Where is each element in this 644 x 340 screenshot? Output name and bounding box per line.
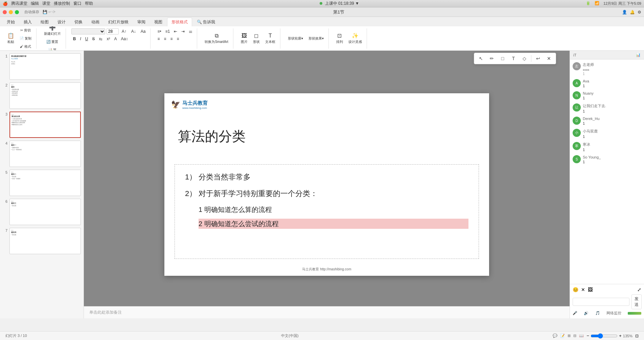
font-increase-button[interactable]: A↑ [120, 28, 128, 34]
chat-panel: iT 📊 左 左老师 === 1 A Ava 1 N [570, 51, 644, 318]
section-button[interactable]: 📑 节 [42, 46, 63, 51]
align-right-button[interactable]: ≡ [169, 36, 175, 42]
arrange-button[interactable]: ⊡ 排列 [334, 31, 345, 46]
menu-playback[interactable]: 播放控制 [54, 1, 70, 6]
tab-review[interactable]: 审阅 [133, 18, 150, 26]
format-group2: 形状轮廓▾ 形状效果▾ [283, 28, 329, 49]
bold-button[interactable]: B [71, 36, 78, 42]
tab-shape-format[interactable]: 形状格式 [167, 18, 192, 26]
tab-draw[interactable]: 绘图 [37, 18, 53, 26]
slide-sorter-button[interactable]: ⊟ [573, 334, 576, 338]
indent-more-button[interactable]: ⇥ [180, 28, 186, 34]
shape-outline-button[interactable]: 形状轮廓▾ [286, 35, 305, 42]
bullet-button[interactable]: ≡• [156, 28, 163, 34]
tab-animation[interactable]: 动画 [87, 18, 104, 26]
column-button[interactable]: ⚌ [187, 28, 194, 34]
tab-view[interactable]: 视图 [150, 18, 166, 26]
comment-icon[interactable]: 💬 [553, 334, 557, 338]
strikethrough-button[interactable]: S [90, 36, 96, 42]
shape-effects-button[interactable]: 形状效果▾ [306, 35, 326, 42]
font-family-select[interactable] [71, 28, 105, 34]
slide-thumb-7[interactable]: 7 S.C., 题目四 • 算法类 [3, 228, 81, 254]
chat-name-6: 寒冰 [583, 142, 641, 147]
slide-thumb-3[interactable]: 3 S.C., 算法的分类 • 分类当然非常多• 对于新手学习特别重要 明确知道… [3, 112, 81, 138]
notes-area[interactable]: 单击此处添加备注 [84, 306, 570, 318]
pen-tool-button[interactable]: ✏ [488, 54, 496, 63]
superscript-button[interactable]: x² [105, 36, 112, 42]
paste-button[interactable]: 📋 粘贴 [5, 31, 16, 46]
expand-button[interactable]: ⤢ [637, 287, 641, 292]
menu-window[interactable]: 窗口 [73, 1, 82, 6]
callout-tool-button[interactable]: ◇ [520, 54, 528, 63]
slide-thumb-2[interactable]: 2 S.C., 题目 • 查找类问题• 排序/合并• 双向处理• 树形结构 [3, 82, 81, 109]
tab-slideshow[interactable]: 幻灯片放映 [104, 18, 133, 26]
slide-thumb-5[interactable]: 5 S.C., 题目二 • 算法类• 存在一些规律 [3, 170, 81, 196]
justify-button[interactable]: ≡ [175, 36, 181, 42]
menu-help[interactable]: 帮助 [85, 1, 93, 6]
cursor-tool-button[interactable]: ↖ [477, 54, 485, 63]
numbered-button[interactable]: ≡1 [164, 28, 172, 34]
chat-text-4: 1 [583, 121, 641, 125]
slide-thumb-4[interactable]: 4 S.C., 题目一 • 超级水的目• 让人一看就知道 [3, 141, 81, 167]
tab-design[interactable]: 设计 [53, 18, 70, 26]
slide-thumb-1[interactable]: 1 算法数据结构断手册 马士兵教育 马士兵 左程云 [3, 53, 81, 80]
tab-tell-me[interactable]: 🔍 告诉我 [193, 18, 219, 26]
maximize-button[interactable] [15, 10, 19, 14]
textbox-button[interactable]: T 文本框 [263, 31, 277, 46]
mic-icon[interactable]: 🎤 [573, 311, 577, 315]
align-center-button[interactable]: ≡ [162, 36, 168, 42]
zoom-out-button[interactable]: − [586, 333, 589, 338]
music-icon[interactable]: 🎵 [595, 311, 600, 315]
tab-transition[interactable]: 切换 [70, 18, 87, 26]
font-size-input[interactable] [107, 28, 119, 34]
menu-app[interactable]: 腾讯课堂 [11, 1, 27, 6]
font-decrease-button[interactable]: A↓ [130, 28, 138, 34]
image-button[interactable]: 🖼 图片 [239, 31, 250, 46]
new-slide-button[interactable]: ➕ 新建幻灯片 [42, 26, 63, 38]
notes-icon[interactable]: 📝 [560, 334, 565, 338]
fit-page-button[interactable]: ⊡ [635, 334, 639, 338]
font-clear-button[interactable]: Aa [139, 28, 147, 34]
rect-tool-button[interactable]: □ [499, 54, 507, 63]
format-painter-button[interactable]: 🖌 格式 [18, 43, 33, 50]
close-tool-button[interactable]: ✕ [545, 54, 553, 63]
menu-edit[interactable]: 编辑 [31, 1, 39, 6]
normal-view-button[interactable]: ⊞ [568, 334, 571, 338]
speaker-icon[interactable]: 🔊 [584, 311, 589, 315]
shape-format-toolbar: ↖ ✏ □ T ◇ ↩ ✕ [474, 53, 556, 64]
image-chat-button[interactable]: 🖼 [588, 287, 593, 292]
slide-canvas[interactable]: 🦅 马士兵教育 www.mashibing.com 算法的分类 1） 分类当然非… [164, 93, 489, 276]
shape-button[interactable]: ◻ 形状 [251, 31, 262, 46]
indent-less-button[interactable]: ⇤ [172, 28, 179, 34]
reading-view-button[interactable]: 📖 [579, 334, 584, 338]
undo-tool-button[interactable]: ↩ [534, 54, 542, 63]
reset-button[interactable]: 🔄 重置 [42, 38, 63, 46]
char-spacing-button[interactable]: Aa↕ [119, 36, 130, 42]
zoom-slider[interactable] [591, 333, 618, 339]
underline-button[interactable]: U [84, 36, 90, 42]
zoom-in-button[interactable]: + [619, 333, 622, 338]
fontcolor-button[interactable]: A [112, 36, 118, 42]
tab-insert[interactable]: 插入 [20, 18, 36, 26]
slide-thumb-6[interactable]: 6 S.C., 题目三 • 算法类 [3, 199, 81, 225]
chat-input-row: 发送 [573, 294, 641, 309]
emoji-button[interactable]: 😊 [573, 287, 578, 292]
at-button[interactable]: ✕ [581, 287, 585, 292]
italic-button[interactable]: I [78, 36, 83, 42]
menu-classroom[interactable]: 课堂 [42, 1, 50, 6]
text-tool-button[interactable]: T [509, 54, 518, 63]
chat-input-field[interactable] [573, 298, 629, 306]
close-button[interactable] [3, 10, 7, 14]
subscript-button[interactable]: x₂ [97, 36, 104, 42]
copy-button[interactable]: 📄 复制 [18, 35, 33, 42]
window-controls: 自动保存 💾 ↩ ⟳ [3, 9, 55, 15]
chat-name-1: Ava [583, 79, 641, 83]
design-ideas-button[interactable]: ✨ 设计灵感 [346, 31, 364, 46]
align-left-button[interactable]: ≡ [156, 36, 162, 42]
send-button[interactable]: 发送 [631, 294, 642, 309]
convert-smartart-button[interactable]: ⧉ 转换为SmartArt [203, 31, 230, 46]
slide-content-box[interactable]: 1） 分类当然非常多 2） 对于新手学习特别重要的一个分类： 1 明确知道怎么算… [175, 164, 479, 259]
cut-button[interactable]: ✂ 剪切 [18, 27, 33, 34]
tab-start[interactable]: 开始 [3, 18, 19, 26]
minimize-button[interactable] [9, 10, 13, 14]
